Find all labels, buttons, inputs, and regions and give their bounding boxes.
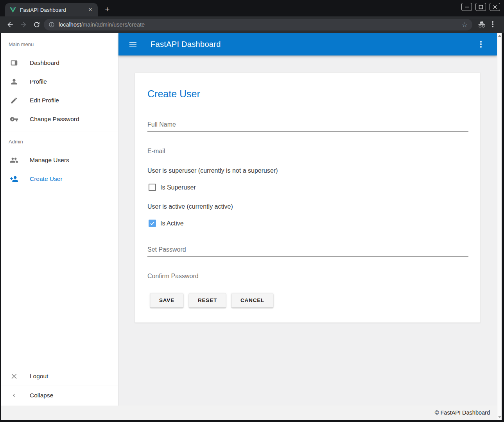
- browser-toolbar: localhost/main/admin/users/create ☆: [0, 16, 504, 33]
- sidebar-item-label: Edit Profile: [30, 97, 59, 104]
- main-content: Create User User is superuser (currently…: [118, 55, 497, 406]
- person-add-icon: [9, 174, 19, 184]
- refresh-button[interactable]: [33, 21, 41, 29]
- sidebar-section-admin: Admin: [9, 139, 23, 145]
- vue-favicon-icon: [10, 7, 16, 13]
- sidebar-item-label: Logout: [30, 373, 48, 380]
- minimize-button[interactable]: [461, 3, 472, 11]
- forward-button[interactable]: [20, 21, 27, 29]
- maximize-button[interactable]: [475, 3, 486, 11]
- is-active-checkbox[interactable]: [149, 220, 156, 227]
- close-window-button[interactable]: [490, 3, 500, 11]
- sidebar-item-label: Manage Users: [30, 157, 69, 164]
- sidebar-item-edit-profile[interactable]: Edit Profile: [1, 91, 118, 110]
- site-info-icon[interactable]: [48, 21, 55, 28]
- sidebar-item-label: Collapse: [30, 392, 53, 399]
- hamburger-menu-icon[interactable]: [128, 39, 138, 49]
- is-active-label: Is Active: [160, 220, 184, 227]
- email-input[interactable]: [147, 145, 468, 158]
- person-icon: [9, 77, 19, 86]
- checkmark-icon: [149, 220, 155, 226]
- app-bar: FastAPI Dashboard: [118, 33, 497, 55]
- bookmark-star-icon[interactable]: ☆: [462, 21, 468, 29]
- url-host: localhost: [59, 21, 81, 28]
- group-icon: [9, 156, 19, 165]
- url-path: /main/admin/users/create: [81, 21, 145, 28]
- new-tab-button[interactable]: +: [102, 4, 113, 15]
- sidebar-item-collapse[interactable]: Collapse: [1, 386, 118, 405]
- scrollbar-up-arrow-icon[interactable]: [498, 35, 501, 37]
- sidebar-section-main-menu: Main menu: [9, 41, 34, 47]
- sidebar: Main menu Dashboard Profile Edit Profile…: [1, 33, 118, 406]
- app-bar-kebab-icon[interactable]: [480, 41, 482, 48]
- page-scrollbar[interactable]: [497, 33, 502, 420]
- email-field: [147, 145, 468, 158]
- confirm-password-input[interactable]: [147, 270, 468, 283]
- sidebar-item-label: Create User: [30, 175, 63, 182]
- dashboard-icon: [9, 58, 19, 68]
- sidebar-item-profile[interactable]: Profile: [1, 72, 118, 91]
- logout-x-icon: [9, 372, 19, 381]
- browser-menu-kebab-icon[interactable]: [492, 21, 493, 27]
- active-note: User is active (currently active): [147, 203, 233, 210]
- cancel-button[interactable]: CANCEL: [231, 293, 273, 308]
- sidebar-item-manage-users[interactable]: Manage Users: [1, 151, 118, 170]
- window-controls: [461, 3, 500, 11]
- chevron-left-icon: [9, 391, 19, 400]
- sidebar-item-change-password[interactable]: Change Password: [1, 110, 118, 129]
- is-active-checkbox-row[interactable]: Is Active: [149, 220, 184, 227]
- tab-title: FastAPI Dashboard: [20, 7, 66, 13]
- back-button[interactable]: [6, 21, 14, 29]
- is-superuser-label: Is Superuser: [160, 184, 196, 191]
- sidebar-divider: [1, 132, 118, 132]
- create-user-card: Create User User is superuser (currently…: [135, 72, 481, 323]
- key-icon: [9, 114, 19, 124]
- sidebar-item-label: Dashboard: [30, 59, 59, 66]
- full-name-field: [147, 119, 468, 132]
- form-buttons: SAVE RESET CANCEL: [150, 293, 273, 308]
- tab-close-icon[interactable]: ✕: [87, 6, 94, 13]
- superuser-note: User is superuser (currently is not a su…: [147, 167, 278, 174]
- pencil-icon: [9, 96, 19, 105]
- url-text: localhost/main/admin/users/create: [59, 21, 145, 28]
- is-superuser-checkbox[interactable]: [149, 184, 156, 191]
- scrollbar-down-arrow-icon[interactable]: [498, 416, 501, 418]
- reset-button[interactable]: RESET: [189, 293, 226, 308]
- set-password-input[interactable]: [147, 244, 468, 257]
- footer: © FastAPI Dashboard: [1, 406, 502, 420]
- is-superuser-checkbox-row[interactable]: Is Superuser: [149, 184, 196, 191]
- full-name-input[interactable]: [147, 119, 468, 132]
- set-password-field: [147, 244, 468, 257]
- browser-window: FastAPI Dashboard ✕ +: [0, 0, 504, 422]
- sidebar-item-label: Change Password: [30, 116, 79, 123]
- sidebar-item-logout[interactable]: Logout: [1, 367, 118, 386]
- sidebar-item-label: Profile: [30, 78, 47, 85]
- address-bar[interactable]: localhost/main/admin/users/create ☆: [44, 19, 472, 30]
- confirm-password-field: [147, 270, 468, 283]
- incognito-icon[interactable]: [478, 21, 486, 29]
- footer-copyright: © FastAPI Dashboard: [435, 409, 490, 416]
- app-bar-title: FastAPI Dashboard: [151, 40, 221, 49]
- sidebar-item-dashboard[interactable]: Dashboard: [1, 54, 118, 72]
- tab-strip: FastAPI Dashboard ✕ +: [0, 0, 504, 16]
- sidebar-item-create-user[interactable]: Create User: [1, 170, 118, 188]
- save-button[interactable]: SAVE: [150, 293, 183, 308]
- browser-tab[interactable]: FastAPI Dashboard ✕: [5, 3, 98, 16]
- page-title: Create User: [147, 88, 200, 100]
